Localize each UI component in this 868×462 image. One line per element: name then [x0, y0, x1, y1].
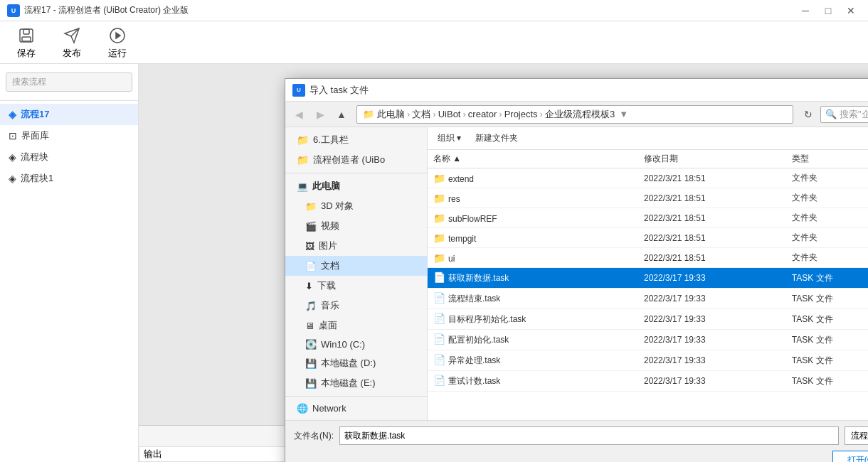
search-box[interactable]: 🔍 搜索"企业级流程模板3" — [820, 106, 868, 123]
left-item-documents-label: 文档 — [321, 259, 339, 272]
left-item-network[interactable]: 🌐 Network — [285, 399, 427, 417]
table-row[interactable]: 📄流程结束.task 2022/3/17 19:33 TASK 文件 2 KB — [428, 289, 868, 309]
quick-access-item-2[interactable]: 📁 流程创造者 (UiBo — [285, 150, 427, 170]
col-date[interactable]: 修改日期 — [638, 150, 786, 168]
left-item-3d[interactable]: 📁 3D 对象 — [285, 196, 427, 216]
left-item-video[interactable]: 🎬 视频 — [285, 216, 427, 236]
new-folder-button[interactable]: 新建文件夹 — [471, 131, 522, 146]
col-name[interactable]: 名称 ▲ — [428, 150, 638, 168]
left-item-pictures-label: 图片 — [319, 240, 337, 252]
left-item-music-label: 音乐 — [321, 299, 339, 312]
svg-rect-1 — [23, 29, 29, 34]
sidebar-divider — [0, 100, 138, 101]
dialog-titlebar: U 导入 task 文件 ✕ — [285, 79, 868, 102]
left-item-desktop-label: 桌面 — [319, 319, 337, 332]
app-logo: U — [7, 4, 20, 17]
music-icon: 🎵 — [305, 301, 317, 311]
filename-row: 文件名(N): 流程块 (*.task) — [294, 426, 868, 445]
left-item-win10[interactable]: 💽 Win10 (C:) — [285, 335, 427, 353]
left-item-desktop[interactable]: 🖥 桌面 — [285, 316, 427, 335]
breadcrumb-part-pc: 此电脑 — [377, 108, 405, 121]
cell-date: 2022/3/17 19:33 — [638, 268, 786, 289]
cell-name: 📄获取新数据.task — [428, 268, 638, 289]
publish-icon — [62, 26, 82, 45]
minimize-button[interactable]: ─ — [795, 3, 815, 18]
cell-date: 2022/3/21 18:51 — [638, 188, 786, 208]
computer-icon: 💻 — [297, 181, 308, 192]
ui-library-icon: ⊡ — [9, 130, 17, 141]
this-pc-item[interactable]: 💻 此电脑 — [285, 176, 427, 196]
left-item-win10-label: Win10 (C:) — [321, 339, 365, 350]
search-flow-input[interactable]: 搜索流程 — [6, 72, 132, 92]
folder-icon-2: 📁 — [297, 154, 309, 166]
maximize-button[interactable]: □ — [818, 3, 838, 18]
network-icon: 🌐 — [297, 403, 308, 414]
filename-input[interactable] — [339, 426, 839, 445]
breadcrumb-bar[interactable]: 📁 此电脑 › 文档 › UiBot › creator › Projects … — [356, 105, 793, 124]
publish-button[interactable]: 发布 — [56, 23, 88, 63]
cell-type: 文件夹 — [786, 248, 868, 268]
file-list-container[interactable]: 名称 ▲ 修改日期 类型 大小 📁extend 2022/3/21 18:51 … — [428, 150, 868, 420]
refresh-button[interactable]: ↻ — [799, 106, 817, 123]
dialog-toolbar: ◀ ▶ ▲ 📁 此电脑 › 文档 › UiBot › creator › — [285, 102, 868, 127]
dialog-left-panel: 📁 6.工具栏 📁 流程创造者 (UiBo 💻 此电脑 — [285, 127, 428, 420]
table-row[interactable]: 📄目标程序初始化.task 2022/3/17 19:33 TASK 文件 1 … — [428, 309, 868, 330]
nav-up-button[interactable]: ▲ — [332, 106, 351, 123]
search-placeholder: 搜索"企业级流程模板3" — [840, 108, 868, 121]
table-row[interactable]: 📁extend 2022/3/21 18:51 文件夹 — [428, 168, 868, 188]
table-row[interactable]: 📄异常处理.task 2022/3/17 19:33 TASK 文件 1 KB — [428, 350, 868, 371]
sidebar-item-flow17-label: 流程17 — [21, 108, 49, 121]
app-main: UiBc U 导入 task 文件 ✕ ◀ ▶ ▲ — [139, 64, 868, 462]
cell-date: 2022/3/17 19:33 — [638, 371, 786, 392]
left-item-downloads[interactable]: ⬇ 下载 — [285, 276, 427, 296]
left-item-drive-e[interactable]: 💾 本地磁盘 (E:) — [285, 373, 427, 393]
run-button[interactable]: 运行 — [102, 23, 133, 63]
cell-type: 文件夹 — [786, 188, 868, 208]
file-list-toolbar: 组织 ▾ 新建文件夹 — [428, 127, 868, 150]
quick-access-label-2: 流程创造者 (UiBo — [313, 154, 385, 166]
left-item-music[interactable]: 🎵 音乐 — [285, 296, 427, 316]
cell-date: 2022/3/17 19:33 — [638, 289, 786, 309]
col-type[interactable]: 类型 — [786, 150, 868, 168]
table-row[interactable]: 📄配置初始化.task 2022/3/17 19:33 TASK 文件 6 KB — [428, 330, 868, 350]
cell-name: 📁tempgit — [428, 228, 638, 248]
left-divider — [285, 173, 427, 173]
table-row[interactable]: 📄重试计数.task 2022/3/17 19:33 TASK 文件 1 KB — [428, 371, 868, 392]
table-row[interactable]: 📁ui 2022/3/21 18:51 文件夹 — [428, 248, 868, 268]
drive-d-icon: 💾 — [305, 358, 317, 369]
left-item-drive-d[interactable]: 💾 本地磁盘 (D:) — [285, 353, 427, 373]
left-item-network-label: Network — [312, 403, 346, 414]
save-button[interactable]: 保存 — [11, 23, 42, 63]
dialog-action-row: 打开(O) 取消 — [294, 451, 868, 462]
desktop-icon: 🖥 — [305, 321, 314, 331]
left-item-pictures[interactable]: 🖼 图片 — [285, 236, 427, 256]
folder-icon-1: 📁 — [297, 134, 309, 146]
breadcrumb-part-template: 企业级流程模板3 — [545, 108, 615, 121]
breadcrumb-expand-icon[interactable]: ▼ — [619, 109, 628, 119]
sidebar-item-flow-block-label: 流程块 — [21, 151, 48, 163]
organize-button[interactable]: 组织 ▾ — [433, 131, 465, 146]
table-row[interactable]: 📁tempgit 2022/3/21 18:51 文件夹 — [428, 228, 868, 248]
open-button[interactable]: 打开(O) — [832, 451, 868, 462]
cell-name: 📄重试计数.task — [428, 371, 638, 392]
cell-date: 2022/3/21 18:51 — [638, 208, 786, 228]
close-button[interactable]: ✕ — [841, 3, 861, 18]
app-window: U 流程17 - 流程创造者 (UiBot Creator) 企业版 ─ □ ✕… — [0, 0, 868, 462]
filetype-select[interactable]: 流程块 (*.task) — [845, 426, 868, 445]
run-icon — [107, 26, 127, 45]
table-row[interactable]: 📄获取新数据.task 2022/3/17 19:33 TASK 文件 2 KB — [428, 268, 868, 289]
left-item-documents[interactable]: 📄 文档 — [285, 256, 427, 276]
table-row[interactable]: 📁subFlowREF 2022/3/21 18:51 文件夹 — [428, 208, 868, 228]
cell-date: 2022/3/17 19:33 — [638, 350, 786, 371]
table-row[interactable]: 📁res 2022/3/21 18:51 文件夹 — [428, 188, 868, 208]
sidebar-item-flow-block1[interactable]: ◈ 流程块1 — [0, 168, 138, 189]
nav-back-button[interactable]: ◀ — [290, 106, 308, 123]
sidebar-item-ui-library[interactable]: ⊡ 界面库 — [0, 125, 138, 146]
flow-block1-icon: ◈ — [9, 173, 16, 184]
sidebar-item-flow-block[interactable]: ◈ 流程块 — [0, 146, 138, 168]
pictures-icon: 🖼 — [305, 241, 314, 252]
quick-access-item-1[interactable]: 📁 6.工具栏 — [285, 130, 427, 150]
sidebar-item-flow17[interactable]: ◈ 流程17 — [0, 104, 138, 125]
quick-access-label-1: 6.工具栏 — [313, 134, 349, 146]
nav-forward-button[interactable]: ▶ — [311, 106, 329, 123]
